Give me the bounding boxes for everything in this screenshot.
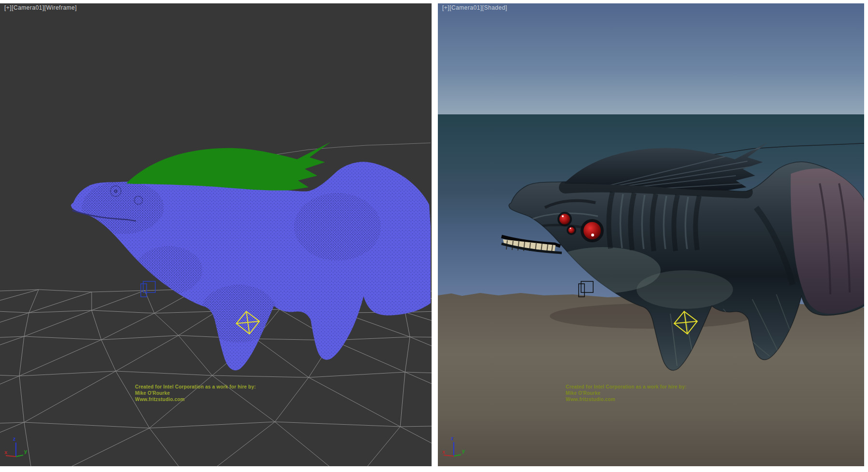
viewport-divider[interactable] — [432, 0, 438, 472]
sky — [438, 3, 864, 115]
axis-tripod — [4, 436, 27, 457]
credits-overlay-left: Created for Intel Corporation as a work … — [135, 384, 256, 403]
eye-small — [569, 227, 575, 234]
credits-line2: Mike O'Rourke — [135, 390, 256, 396]
credits-line2: Mike O'Rourke — [566, 390, 686, 396]
eye-medium — [559, 214, 570, 224]
viewport-label-shaded[interactable]: [+][Camera01][Shaded] — [442, 4, 507, 11]
viewport-label-wireframe[interactable]: [+][Camera01][Wireframe] — [4, 4, 77, 11]
credits-line1: Created for Intel Corporation as a work … — [135, 384, 256, 390]
dorsal-fin-wireframe[interactable] — [126, 142, 331, 191]
credits-line3: Www.fritzstudio.com — [135, 396, 256, 403]
dual-viewport-stage: z x y — [0, 0, 868, 472]
eye-large — [583, 222, 601, 239]
credits-line1: Created for Intel Corporation as a work … — [566, 384, 686, 390]
box-helper[interactable] — [141, 281, 155, 297]
fin-edge-line — [276, 143, 431, 154]
credits-line3: Www.fritzstudio.com — [566, 396, 686, 403]
credits-overlay-right: Created for Intel Corporation as a work … — [566, 384, 686, 403]
